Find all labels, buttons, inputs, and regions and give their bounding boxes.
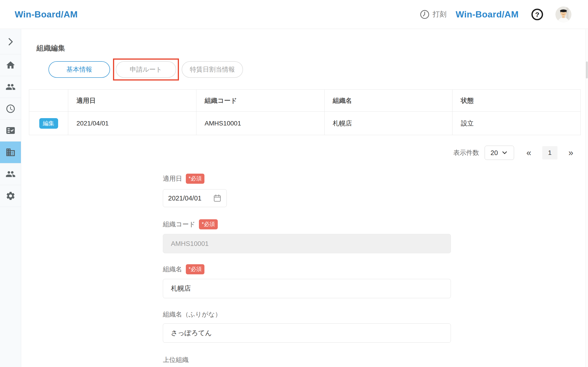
- home-icon: [6, 60, 16, 70]
- sidebar-item-approvals[interactable]: [0, 120, 21, 142]
- organization-edit-form: 適用日 *必須 組織コード *必須 組織名: [163, 174, 451, 367]
- per-page-select[interactable]: 20: [485, 146, 514, 160]
- cell-org-code: AMHS10001: [196, 112, 324, 135]
- main-content: 組織編集 基本情報 申請ルート 特賃日割当情報 適用日 組織コード 組織名 状態…: [21, 29, 588, 367]
- app-header: Win-Board/AM 打刻 Win-Board/AM ?: [0, 0, 588, 29]
- tab-bar: 基本情報 申請ルート 特賃日割当情報: [48, 58, 588, 81]
- cell-status: 設立: [452, 112, 581, 135]
- scrollbar-thumb[interactable]: [586, 61, 588, 78]
- organization-building-icon: [6, 147, 16, 157]
- next-page-button[interactable]: »: [569, 148, 573, 157]
- per-page-value: 20: [491, 149, 498, 157]
- field-parent-org: 上位組織: [163, 356, 451, 367]
- members-icon: [6, 82, 16, 92]
- chevron-right-icon: [6, 37, 16, 47]
- avatar-image: [555, 6, 571, 23]
- click-target-annotation: 申請ルート: [113, 58, 179, 81]
- cell-org-name: 札幌店: [324, 112, 452, 135]
- organization-history-table: 適用日 組織コード 組織名 状態 編集 2021/04/01 AMHS10001…: [29, 90, 581, 135]
- chevron-down-icon: [501, 149, 508, 156]
- field-org-name-kana: 組織名（ふりがな）: [163, 310, 451, 343]
- help-icon[interactable]: ?: [531, 8, 544, 21]
- clock-icon: [419, 9, 430, 20]
- field-org-name: 組織名 *必須: [163, 264, 451, 298]
- app-logo[interactable]: Win-Board/AM: [15, 9, 78, 19]
- page-title: 組織編集: [36, 43, 588, 53]
- tab-special-day-allocation[interactable]: 特賃日割当情報: [182, 61, 243, 78]
- clock-icon: [6, 104, 16, 114]
- org-name-label: 組織名: [163, 265, 182, 274]
- column-header-org-name: 組織名: [324, 90, 452, 112]
- display-count-label: 表示件数: [453, 148, 479, 157]
- field-applied-date: 適用日 *必須: [163, 174, 451, 207]
- required-badge: *必須: [186, 174, 204, 184]
- app-name: Win-Board/AM: [456, 9, 519, 19]
- sidebar-item-home[interactable]: [0, 54, 21, 76]
- sidebar-nav: [0, 29, 21, 367]
- field-org-code: 組織コード *必須: [163, 219, 451, 253]
- org-name-kana-label: 組織名（ふりがな）: [163, 310, 221, 319]
- column-header-applied-date: 適用日: [68, 90, 196, 112]
- tab-basic-info[interactable]: 基本情報: [48, 61, 110, 78]
- column-header-org-code: 組織コード: [196, 90, 324, 112]
- tab-application-route[interactable]: 申請ルート: [116, 61, 176, 78]
- pagination: 表示件数 20 « 1 »: [21, 146, 573, 160]
- approval-list-icon: [6, 125, 16, 135]
- sidebar-item-members[interactable]: [0, 76, 21, 98]
- sidebar-expand-button[interactable]: [0, 29, 21, 54]
- applied-date-input[interactable]: [168, 194, 210, 202]
- user-avatar[interactable]: [555, 6, 571, 23]
- svg-text:?: ?: [535, 11, 540, 18]
- sidebar-item-settings[interactable]: [0, 185, 21, 207]
- column-header-status: 状態: [452, 90, 581, 112]
- sidebar-item-attendance[interactable]: [0, 98, 21, 120]
- punch-label: 打刻: [433, 10, 447, 19]
- column-header-edit: [29, 90, 68, 112]
- sidebar-item-users[interactable]: [0, 163, 21, 185]
- required-badge: *必須: [199, 219, 217, 229]
- applied-date-label: 適用日: [163, 174, 182, 183]
- edit-button[interactable]: 編集: [39, 118, 58, 129]
- table-header-row: 適用日 組織コード 組織名 状態: [29, 90, 581, 112]
- sidebar-item-organization[interactable]: [0, 142, 21, 163]
- applied-date-input-wrap: [163, 189, 227, 207]
- scrollbar-track: [586, 29, 588, 367]
- parent-org-label: 上位組織: [163, 356, 189, 364]
- cell-applied-date: 2021/04/01: [68, 112, 196, 135]
- org-name-kana-input[interactable]: [163, 323, 451, 343]
- prev-page-button[interactable]: «: [527, 148, 531, 157]
- members-icon: [6, 169, 16, 179]
- table-row: 編集 2021/04/01 AMHS10001 札幌店 設立: [29, 112, 581, 135]
- header-actions: 打刻 Win-Board/AM ?: [419, 6, 571, 23]
- required-badge: *必須: [186, 264, 204, 274]
- org-name-input[interactable]: [163, 279, 451, 298]
- org-code-label: 組織コード: [163, 220, 195, 229]
- calendar-icon[interactable]: [213, 194, 222, 203]
- punch-clock-button[interactable]: 打刻: [419, 9, 447, 20]
- org-code-input: [163, 234, 451, 253]
- current-page-button[interactable]: 1: [542, 146, 557, 159]
- settings-gear-icon: [6, 191, 16, 201]
